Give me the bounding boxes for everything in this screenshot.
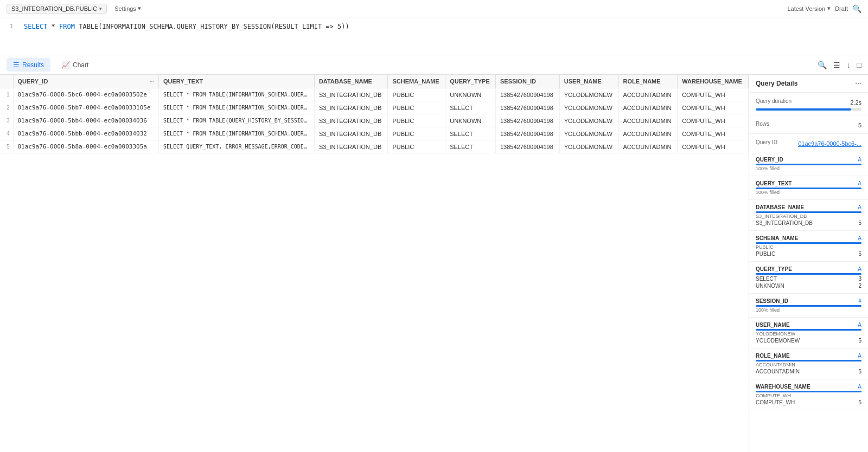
query-text-cell: SELECT * FROM TABLE(INFORMATION_SCHEMA.Q… <box>159 127 315 140</box>
col-stat-header: ROLE_NAME A <box>756 353 861 359</box>
panel-col-stat-schema_name: SCHEMA_NAME A PUBLIC PUBLIC 5 <box>749 231 868 262</box>
expand-icon[interactable]: □ <box>857 61 861 69</box>
schema-name-cell: PUBLIC <box>388 140 445 153</box>
col-val-count: 5 <box>858 369 861 374</box>
tab-results[interactable]: ☰ Results <box>7 58 50 72</box>
table-row: 4 01ac9a76-0000-5bbb-0004-ec0a00034032 S… <box>0 127 749 140</box>
col-val-name: UNKNOWN <box>756 283 784 289</box>
user-name-cell: YOLODEMONEW <box>559 140 618 153</box>
draft-label: Draft <box>835 5 848 12</box>
col-val-count: 5 <box>858 251 861 257</box>
panel-col-stat-query_text: QUERY_TEXT A 100% filled <box>749 176 868 200</box>
database-name-cell: S3_INTEGRATION_DB <box>314 140 388 153</box>
duration-label: Query duration <box>756 98 792 104</box>
col-header-query-id: QUERY_ID ··· <box>13 75 159 88</box>
duration-bar <box>756 108 851 111</box>
sql-keyword-from: FROM <box>59 23 75 30</box>
sql-content[interactable]: SELECT * FROM TABLE(INFORMATION_SCHEMA.Q… <box>20 22 354 50</box>
col-label-database-name: DATABASE_NAME <box>319 78 372 85</box>
fill-bar <box>756 273 861 275</box>
query-id-cell: 01ac9a76-0000-5bc6-0004-ec0a0003502e <box>13 88 159 101</box>
db-selector[interactable]: S3_INTEGRATION_DB.PUBLIC ▾ <box>7 4 107 14</box>
panel-col-stat-role_name: ROLE_NAME A ACCOUNTADMIN ACCOUNTADMIN 5 <box>749 348 868 379</box>
row-num-cell: 3 <box>0 114 13 127</box>
col-stat-name-label: QUERY_TEXT <box>756 180 792 186</box>
col-stat-header: QUERY_ID A <box>756 157 861 163</box>
query-type-cell: UNKNOWN <box>445 114 496 127</box>
database-name-cell: S3_INTEGRATION_DB <box>314 101 388 114</box>
toolbar-left: S3_INTEGRATION_DB.PUBLIC ▾ Settings ▾ <box>7 4 144 14</box>
user-name-cell: YOLODEMONEW <box>559 101 618 114</box>
col-val-name: ACCOUNTADMIN <box>756 369 800 374</box>
schema-name-cell: PUBLIC <box>388 88 445 101</box>
settings-label: Settings <box>114 5 136 12</box>
col-header-database-name: DATABASE_NAME <box>314 75 388 88</box>
col-stat-type-icon: # <box>858 298 861 304</box>
col-val-row: S3_INTEGRATION_DB 5 <box>756 220 861 226</box>
panel-menu-icon[interactable]: ··· <box>855 79 861 88</box>
db-selector-label: S3_INTEGRATION_DB.PUBLIC <box>11 5 97 12</box>
fill-bar <box>756 242 861 244</box>
col-label-session-id: SESSION_ID <box>500 78 536 85</box>
results-tabs-bar: ☰ Results 📈 Chart 🔍 ☰ ↓ □ <box>0 55 868 75</box>
fill-bar <box>756 188 861 189</box>
col-val-row: PUBLIC 5 <box>756 251 861 257</box>
panel-rows-section: Rows 5 <box>749 115 868 134</box>
search-icon[interactable]: 🔍 <box>852 4 861 13</box>
col-stat-header: WAREHOUSE_NAME A <box>756 384 861 390</box>
tab-chart[interactable]: 📈 Chart <box>55 58 95 72</box>
line-number-1: 1 <box>7 22 13 31</box>
panel-header: Query Details ··· <box>749 75 868 93</box>
query-text-cell: SELECT * FROM TABLE(INFORMATION_SCHEMA.Q… <box>159 101 315 114</box>
version-selector[interactable]: Latest Version ▾ <box>787 5 831 12</box>
col-val-name: COMPUTE_WH <box>756 399 795 405</box>
col-header-warehouse-name: WAREHOUSE_NAME <box>678 75 749 88</box>
results-icon: ☰ <box>13 61 20 69</box>
query-id-cell: 01ac9a76-0000-5bb4-0004-ec0a00034036 <box>13 114 159 127</box>
fill-label: S3_INTEGRATION_DB <box>756 214 861 219</box>
fill-bar <box>756 305 861 307</box>
col-stat-header: SCHEMA_NAME A <box>756 235 861 241</box>
panel-queryid-section: Query ID 01ac9a76-0000-5bc6-... <box>749 134 868 152</box>
settings-button[interactable]: Settings ▾ <box>111 4 144 13</box>
col-header-role-name: ROLE_NAME <box>618 75 678 88</box>
col-stat-name-label: DATABASE_NAME <box>756 204 804 210</box>
duration-bar-container <box>756 108 861 111</box>
col-val-row: UNKNOWN 2 <box>756 283 861 289</box>
col-label-query-id: QUERY_ID <box>18 78 48 85</box>
duration-value: 2.2s <box>850 99 861 106</box>
download-icon[interactable]: ↓ <box>847 61 851 69</box>
col-menu-query-id[interactable]: ··· <box>150 79 154 85</box>
fill-bar <box>756 360 861 361</box>
sql-text-main: * <box>52 23 59 30</box>
role-name-cell: ACCOUNTADMIN <box>618 114 678 127</box>
table-area: QUERY_ID ··· QUERY_TEXT DATABASE_NAME SC… <box>0 75 749 452</box>
fill-bar <box>756 164 861 165</box>
col-val-row: SELECT 3 <box>756 276 861 282</box>
fill-label: COMPUTE_WH <box>756 393 861 398</box>
col-label-warehouse-name: WAREHOUSE_NAME <box>682 78 742 85</box>
search-results-icon[interactable]: 🔍 <box>818 61 827 69</box>
settings-chevron: ▾ <box>138 5 141 12</box>
fill-label: 100% filled <box>756 166 861 171</box>
col-header-schema-name: SCHEMA_NAME <box>388 75 445 88</box>
columns-icon[interactable]: ☰ <box>833 61 840 69</box>
rows-label: Rows <box>756 121 769 127</box>
rows-value: 5 <box>858 122 861 128</box>
table-row: 5 01ac9a76-0000-5b8a-0004-ec0a0003305a S… <box>0 140 749 153</box>
col-stat-type-icon: A <box>858 180 861 186</box>
col-stat-type-icon: A <box>858 235 861 241</box>
col-val-name: YOLODEMONEW <box>756 338 800 344</box>
fill-bar <box>756 391 861 392</box>
col-stat-name-label: WAREHOUSE_NAME <box>756 384 810 390</box>
user-name-cell: YOLODEMONEW <box>559 127 618 140</box>
warehouse-name-cell: COMPUTE_WH <box>678 114 749 127</box>
right-panel: Query Details ··· Query duration 2.2s Ro… <box>749 75 868 452</box>
col-val-count: 5 <box>858 220 861 226</box>
warehouse-name-cell: COMPUTE_WH <box>678 88 749 101</box>
chart-tab-label: Chart <box>73 61 88 69</box>
table-row: 3 01ac9a76-0000-5bb4-0004-ec0a00034036 S… <box>0 114 749 127</box>
fill-bar <box>756 211 861 213</box>
queryid-value[interactable]: 01ac9a76-0000-5bc6-... <box>798 140 861 147</box>
col-val-name: S3_INTEGRATION_DB <box>756 220 813 226</box>
